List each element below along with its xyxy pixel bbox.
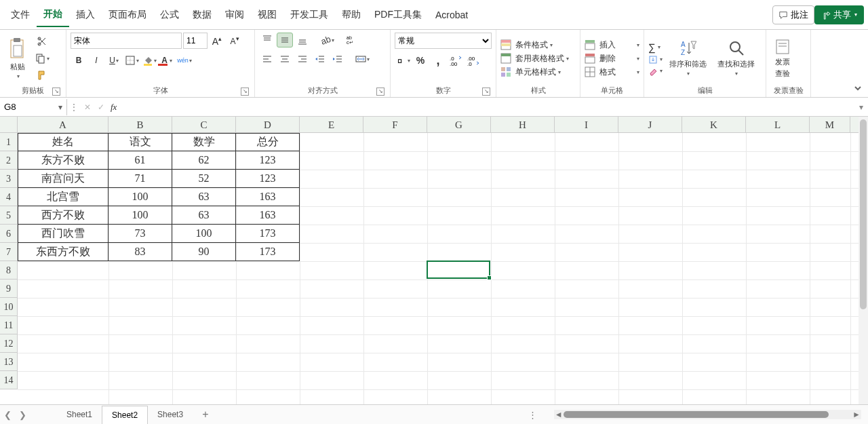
column-header[interactable]: B — [108, 117, 172, 132]
cell-styles-button[interactable]: 单元格样式▾ — [500, 66, 576, 78]
conditional-format-button[interactable]: 条件格式▾ — [500, 39, 576, 51]
fill-button[interactable]: ▾ — [648, 55, 663, 64]
format-as-table-button[interactable]: 套用表格格式▾ — [500, 53, 576, 64]
row-header[interactable]: 3 — [0, 170, 17, 188]
menu-tab-acrobat[interactable]: Acrobat — [429, 4, 475, 26]
row-header[interactable]: 1 — [0, 133, 17, 151]
column-header[interactable]: J — [618, 117, 682, 132]
name-box-dropdown[interactable]: ▾ — [54, 102, 66, 112]
data-cell[interactable]: 73 — [108, 225, 172, 243]
data-cell[interactable]: 173 — [236, 225, 300, 243]
formula-dropdown[interactable]: ⋮ — [67, 102, 81, 112]
spreadsheet-grid[interactable]: ABCDEFGHIJKLM 1234567891011121314 姓名语文数学… — [0, 117, 868, 404]
increase-indent-button[interactable] — [330, 52, 346, 66]
collapse-ribbon-button[interactable] — [853, 83, 863, 93]
data-cell[interactable]: 63 — [172, 206, 236, 225]
data-cell[interactable]: 173 — [236, 243, 300, 261]
row-headers[interactable]: 1234567891011121314 — [0, 133, 18, 389]
row-header[interactable]: 4 — [0, 188, 17, 206]
fill-color-button[interactable]: ▾ — [141, 53, 157, 68]
data-cell[interactable]: 数学 — [172, 133, 236, 151]
menu-tab-review[interactable]: 审阅 — [218, 3, 251, 26]
data-cell[interactable]: 90 — [172, 243, 236, 261]
align-middle-button[interactable] — [277, 33, 293, 47]
row-header[interactable]: 5 — [0, 206, 17, 225]
align-left-button[interactable] — [259, 52, 275, 66]
data-cell[interactable]: 总分 — [236, 133, 300, 151]
data-cell[interactable]: 123 — [236, 151, 300, 170]
underline-button[interactable]: U▾ — [106, 53, 122, 68]
row-header[interactable]: 10 — [0, 298, 17, 316]
column-header[interactable]: H — [491, 117, 555, 132]
menu-tab-home[interactable]: 开始 — [37, 3, 69, 27]
autosum-button[interactable]: ∑▾ — [648, 41, 660, 53]
menu-tab-formulas[interactable]: 公式 — [153, 3, 186, 26]
menu-tab-view[interactable]: 视图 — [251, 3, 283, 26]
menu-tab-insert[interactable]: 插入 — [69, 3, 102, 26]
select-all-corner[interactable] — [0, 117, 18, 133]
row-header[interactable]: 9 — [0, 280, 17, 298]
dialog-launcher-icon[interactable]: ↘ — [482, 88, 490, 96]
fx-icon[interactable]: fx — [111, 102, 117, 113]
data-cell[interactable]: 东方不败 — [18, 151, 108, 170]
data-cell[interactable]: 52 — [172, 170, 236, 188]
insert-cells-button[interactable]: 插入▾ — [585, 39, 639, 51]
menu-tab-file[interactable]: 文件 — [4, 3, 37, 26]
data-cell[interactable]: 南宫问天 — [18, 170, 108, 188]
copy-button[interactable]: ▾ — [34, 51, 50, 66]
delete-cells-button[interactable]: 删除▾ — [585, 53, 639, 64]
row-header[interactable]: 2 — [0, 151, 17, 170]
data-cell[interactable]: 语文 — [108, 133, 172, 151]
hscroll-left-button[interactable]: ◄ — [554, 410, 564, 419]
accounting-format-button[interactable]: ¤▾ — [395, 53, 411, 68]
name-box[interactable] — [0, 99, 54, 115]
active-cell[interactable] — [427, 261, 490, 279]
column-header[interactable]: G — [427, 117, 491, 132]
data-cell[interactable]: 西方不败 — [18, 206, 108, 225]
font-size-select[interactable] — [183, 33, 208, 49]
vertical-scrollbar-thumb[interactable] — [860, 119, 867, 309]
row-header[interactable]: 8 — [0, 261, 17, 280]
data-cell[interactable]: 姓名 — [18, 133, 108, 151]
enter-formula-button[interactable]: ✓ — [94, 102, 108, 112]
data-cell[interactable]: 100 — [108, 206, 172, 225]
decrease-font-button[interactable]: A▾ — [226, 33, 243, 48]
cell-area[interactable]: 姓名语文数学总分东方不败6162123南宫问天7152123北宫雪1006316… — [18, 133, 859, 404]
decrease-decimal-button[interactable]: .00.0 — [465, 53, 481, 68]
cancel-formula-button[interactable]: ✕ — [81, 102, 94, 112]
border-button[interactable]: ▾ — [123, 53, 140, 68]
data-cell[interactable]: 83 — [108, 243, 172, 261]
formula-input[interactable] — [119, 99, 854, 115]
data-cell[interactable]: 61 — [108, 151, 172, 170]
column-header[interactable]: A — [18, 117, 108, 132]
invoice-check-button[interactable]: 发票 查验 — [770, 37, 795, 80]
data-cell[interactable]: 163 — [236, 206, 300, 225]
data-cell[interactable]: 63 — [172, 188, 236, 206]
data-cell[interactable]: 163 — [236, 188, 300, 206]
menu-tab-pagelayout[interactable]: 页面布局 — [102, 3, 153, 26]
format-painter-button[interactable] — [34, 68, 50, 83]
row-header[interactable]: 12 — [0, 334, 17, 353]
align-center-button[interactable] — [277, 52, 293, 66]
column-header[interactable]: C — [172, 117, 236, 132]
row-header[interactable]: 13 — [0, 353, 17, 371]
column-header[interactable]: K — [682, 117, 746, 132]
fill-handle[interactable] — [487, 275, 492, 280]
column-header[interactable]: M — [810, 117, 850, 132]
align-bottom-button[interactable] — [294, 33, 311, 47]
column-header[interactable]: D — [236, 117, 300, 132]
vertical-scrollbar[interactable] — [859, 117, 868, 404]
sort-filter-button[interactable]: AZ 排序和筛选 ▾ — [665, 39, 711, 78]
clear-button[interactable]: ▾ — [648, 66, 663, 76]
sheet-tab-2[interactable]: Sheet3 — [148, 406, 193, 423]
menu-tab-pdftools[interactable]: PDF工具集 — [368, 3, 429, 26]
data-cell[interactable]: 71 — [108, 170, 172, 188]
menu-tab-help[interactable]: 帮助 — [335, 3, 368, 26]
sheet-tab-0[interactable]: Sheet1 — [57, 406, 102, 423]
percent-button[interactable]: % — [412, 53, 429, 68]
phonetic-button[interactable]: wén▾ — [176, 53, 193, 68]
merge-center-button[interactable]: ▾ — [354, 52, 370, 66]
data-cell[interactable]: 北宫雪 — [18, 188, 108, 206]
orientation-button[interactable]: ab▾ — [319, 33, 335, 47]
paste-button[interactable]: 粘贴 ▾ — [4, 36, 31, 81]
